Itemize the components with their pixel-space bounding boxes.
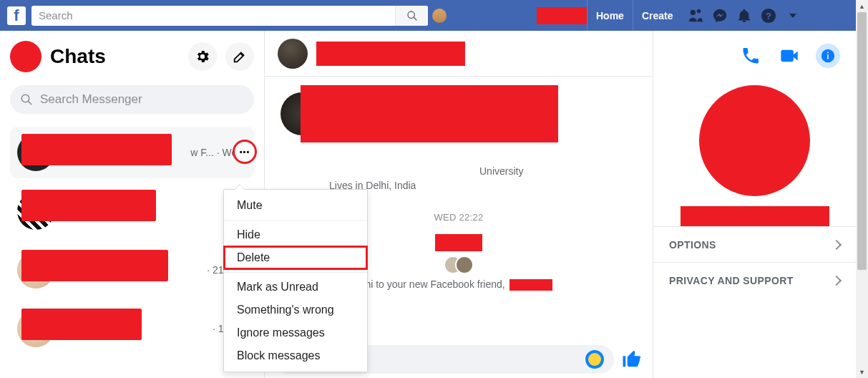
nav-home[interactable]: Home: [587, 0, 633, 31]
svg-line-1: [414, 17, 416, 20]
topbar-avatar[interactable]: [432, 9, 447, 23]
section-options-label: OPTIONS: [669, 239, 716, 251]
menu-something-wrong[interactable]: Something's wrong: [224, 299, 367, 321]
phone-icon: [741, 46, 761, 66]
conversation-name-redacted: [21, 190, 156, 221]
messenger-icon[interactable]: [712, 8, 728, 24]
help-icon[interactable]: ?: [761, 8, 776, 24]
friend-message-text: hi to your new Facebook friend,: [365, 278, 507, 290]
notifications-icon[interactable]: [736, 8, 752, 24]
chat-info-button[interactable]: [816, 44, 840, 68]
menu-separator: [224, 272, 367, 273]
emoji-picker-icon[interactable]: [585, 350, 604, 369]
section-privacy-support[interactable]: PRIVACY AND SUPPORT: [653, 262, 856, 298]
search-icon: [406, 10, 418, 21]
conversation-more-button[interactable]: •••: [233, 140, 257, 164]
svg-rect-8: [827, 52, 829, 54]
video-call-button[interactable]: [777, 44, 801, 68]
section-options[interactable]: OPTIONS: [653, 226, 856, 262]
chat-header-name-redacted: [316, 42, 465, 66]
chevron-left-icon: [832, 239, 842, 249]
global-search-button[interactable]: [395, 6, 428, 26]
new-message-button[interactable]: [225, 42, 254, 71]
menu-hide[interactable]: Hide: [224, 223, 367, 246]
nav-create[interactable]: Create: [633, 0, 682, 31]
menu-ignore-messages[interactable]: Ignore messages: [224, 321, 367, 344]
scroll-up-button[interactable]: ▲: [856, 0, 868, 12]
scroll-thumb[interactable]: [857, 12, 867, 270]
chats-title: Chats: [50, 45, 180, 68]
conversation-item[interactable]: [10, 185, 254, 237]
svg-rect-7: [827, 54, 829, 59]
info-icon: [820, 48, 836, 64]
scroll-down-button[interactable]: ▼: [856, 366, 868, 378]
facebook-top-bar: f Home Create ?: [0, 0, 856, 31]
menu-separator: [224, 220, 367, 220]
messenger-search[interactable]: [10, 85, 254, 114]
intro-education-suffix: University: [479, 165, 523, 177]
topbar-username-redacted[interactable]: [537, 7, 587, 24]
info-panel: OPTIONS PRIVACY AND SUPPORT: [653, 31, 856, 378]
chevron-left-icon: [832, 275, 842, 285]
voice-call-button[interactable]: [738, 44, 763, 68]
send-like-button[interactable]: [621, 348, 644, 371]
chat-header-avatar[interactable]: [278, 39, 308, 69]
global-search[interactable]: [31, 6, 428, 26]
menu-delete[interactable]: Delete: [224, 246, 367, 269]
conversation-item[interactable]: w F... · Wed •••: [10, 127, 254, 178]
friend-requests-icon[interactable]: [688, 8, 703, 24]
conversation-name-redacted: [21, 309, 142, 340]
conversation-name-redacted: [21, 250, 168, 281]
account-menu-caret[interactable]: [789, 14, 796, 18]
global-search-input[interactable]: [31, 9, 395, 21]
my-avatar-redacted[interactable]: [10, 41, 42, 72]
conversation-name-redacted: [21, 134, 172, 165]
menu-block-messages[interactable]: Block messages: [224, 344, 367, 367]
friend-name-redacted: [435, 234, 482, 251]
friend-avatar-2: [455, 256, 474, 274]
menu-mute[interactable]: Mute: [224, 194, 367, 217]
menu-mark-unread[interactable]: Mark as Unread: [224, 276, 367, 299]
thumbs-up-icon: [621, 348, 643, 369]
intro-name-redacted: [301, 85, 558, 142]
profile-photo-redacted: [699, 85, 810, 196]
conversation-item[interactable]: · 1 Jan: [10, 303, 254, 354]
svg-line-5: [28, 101, 31, 105]
profile-name-redacted: [681, 206, 829, 226]
gear-icon: [195, 49, 210, 64]
friend-name-redacted-2: [509, 279, 552, 291]
video-icon: [779, 46, 799, 66]
chat-settings-button[interactable]: [188, 42, 217, 71]
messenger-search-input[interactable]: [40, 92, 244, 107]
conversation-context-menu: Mute Hide Delete Mark as Unread Somethin…: [223, 189, 368, 372]
section-privacy-label: PRIVACY AND SUPPORT: [669, 275, 794, 286]
compose-icon: [232, 49, 248, 64]
svg-text:?: ?: [766, 10, 771, 21]
search-icon: [20, 93, 33, 106]
facebook-logo[interactable]: f: [7, 6, 26, 25]
chat-header: [265, 31, 653, 77]
page-scrollbar[interactable]: ▲ ▼: [856, 0, 868, 378]
conversation-item[interactable]: · 21 Jan: [10, 244, 254, 296]
chat-intro: University Lives in Delhi, India: [265, 77, 653, 193]
